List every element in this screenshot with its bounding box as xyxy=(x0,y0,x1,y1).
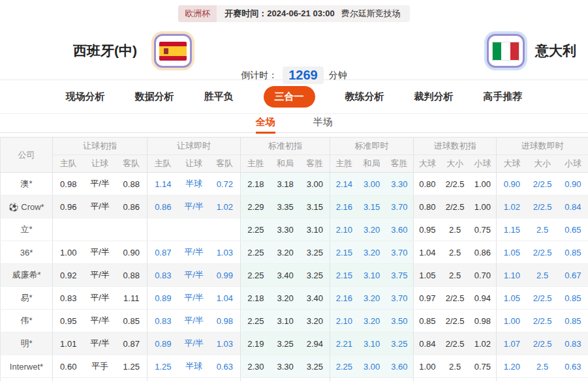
table-row: 36*1.00平/半0.900.87平/半1.032.253.203.252.1… xyxy=(1,241,588,264)
odds-cell: 3.40 xyxy=(271,264,300,287)
odds-cell: 0.88 xyxy=(116,264,147,287)
column-header: 主胜 xyxy=(241,155,271,173)
odds-cell: 1.05 xyxy=(497,241,527,264)
odds-cell: 2.10 xyxy=(330,218,358,241)
odds-cell: 2.94 xyxy=(300,332,330,355)
odds-cell: 2.25 xyxy=(241,241,271,264)
odds-cell: 2.19 xyxy=(241,332,271,355)
odds-cell: 2/2.5 xyxy=(527,332,558,355)
table-header-groups: 公司让球初指让球即时标准初指标准即时进球数初指进球数即时 xyxy=(1,138,588,155)
odds-cell: 1.03 xyxy=(209,241,241,264)
period-tab-0[interactable]: 全场 xyxy=(256,114,275,134)
odds-cell: 3.30 xyxy=(271,355,300,378)
odds-cell: 平/半 xyxy=(179,332,209,355)
column-header: 和局 xyxy=(358,155,386,173)
odds-cell: 0.89 xyxy=(147,332,179,355)
odds-cell: 3.20 xyxy=(271,241,300,264)
odds-cell: 0.89 xyxy=(147,287,179,310)
odds-cell: 3.25 xyxy=(300,355,330,378)
odds-table-body: 澳*0.98平/半0.881.14半球0.722.183.183.002.143… xyxy=(1,173,588,381)
odds-cell: 3.30 xyxy=(271,218,300,241)
odds-cell: 0.67 xyxy=(558,264,588,287)
odds-cell: 1.00 xyxy=(469,173,497,196)
odds-cell: 2.10 xyxy=(330,310,358,332)
odds-cell: 平/半 xyxy=(84,264,116,287)
odds-cell: 3.70 xyxy=(386,287,414,310)
home-team: 西班牙(中) xyxy=(73,34,192,68)
column-header: 让球 xyxy=(84,155,116,173)
odds-cell: 0.85 xyxy=(558,310,588,332)
odds-cell: 1.02 xyxy=(209,196,241,218)
odds-cell xyxy=(147,218,179,241)
odds-cell: 2.21 xyxy=(330,332,358,355)
odds-cell: 2.5 xyxy=(441,264,469,287)
odds-cell: 0.92 xyxy=(53,264,84,287)
odds-cell: 3.25 xyxy=(300,264,330,287)
odds-cell: 2.5 xyxy=(441,355,469,378)
odds-cell: 2.18 xyxy=(241,287,271,310)
odds-cell: 0.95 xyxy=(414,218,441,241)
odds-cell: 1.20 xyxy=(497,355,527,378)
company-name[interactable]: 36* xyxy=(1,241,53,264)
odds-cell: 0.75 xyxy=(469,355,497,378)
company-name[interactable]: 立* xyxy=(1,218,53,241)
company-name[interactable]: 威廉希* xyxy=(1,264,53,287)
company-name[interactable]: 澳* xyxy=(1,173,53,196)
odds-cell: 3.30 xyxy=(386,173,414,196)
odds-cell: 3.35 xyxy=(271,196,300,218)
nav-tab-3[interactable]: 三合一 xyxy=(264,86,315,108)
company-name[interactable]: 易* xyxy=(1,287,53,310)
odds-cell: 3.00 xyxy=(358,355,386,378)
odds-cell: 2.14 xyxy=(330,173,358,196)
nav-tab-0[interactable]: 现场分析 xyxy=(66,91,105,103)
odds-cell: 0.86 xyxy=(147,196,179,218)
odds-cell: 3.25 xyxy=(300,241,330,264)
nav-tab-1[interactable]: 数据分析 xyxy=(135,91,174,103)
odds-cell: 2.5 xyxy=(527,355,558,378)
odds-cell: 2.5 xyxy=(527,264,558,287)
odds-cell: 0.90 xyxy=(497,173,527,196)
nav-tab-2[interactable]: 胜平负 xyxy=(204,91,234,103)
company-name[interactable]: Interwet* xyxy=(1,355,53,378)
odds-cell: 0.60 xyxy=(53,355,84,378)
odds-cell: 平/半 xyxy=(84,332,116,355)
column-header: 小球 xyxy=(558,155,588,173)
column-header: 大小 xyxy=(441,155,469,173)
nav-tabs: 现场分析数据分析胜平负三合一教练分析裁判分析高手推荐 xyxy=(0,80,588,113)
odds-cell: 1.00 xyxy=(497,310,527,332)
company-name[interactable]: 明* xyxy=(1,332,53,355)
odds-cell: 0.85 xyxy=(558,287,588,310)
odds-cell: 2/2.5 xyxy=(441,173,469,196)
column-header: 主胜 xyxy=(330,155,358,173)
period-tab-1[interactable]: 半场 xyxy=(313,114,333,134)
table-row: 易*0.83平/半1.110.89平/半1.042.183.203.402.16… xyxy=(1,287,588,310)
column-header: 主队 xyxy=(53,155,84,173)
odds-cell: 2.16 xyxy=(330,196,358,218)
odds-cell: 2/2.5 xyxy=(441,332,469,355)
odds-cell: 2/2.5 xyxy=(441,310,469,332)
odds-cell: 0.90 xyxy=(116,241,147,264)
nav-tab-4[interactable]: 教练分析 xyxy=(345,91,384,103)
table-row: 伟*0.95平/半0.850.83平/半0.982.253.103.202.10… xyxy=(1,310,588,332)
match-info-bar: 欧洲杯 开赛时间：2024-06-21 03:00 费尔廷斯竞技场 xyxy=(0,0,588,22)
odds-cell: 2.5 xyxy=(441,218,469,241)
nav-tab-6[interactable]: 高手推荐 xyxy=(484,91,523,103)
odds-cell: 平/半 xyxy=(179,264,209,287)
column-header: 大球 xyxy=(414,155,441,173)
nav-tab-5[interactable]: 裁判分析 xyxy=(414,91,454,103)
odds-cell: 0.96 xyxy=(53,196,84,218)
table-row-partial xyxy=(1,378,588,381)
odds-cell: 0.94 xyxy=(469,287,497,310)
odds-cell: 3.20 xyxy=(358,310,386,332)
odds-cell: 1.00 xyxy=(469,196,497,218)
odds-cell: 0.84 xyxy=(558,196,588,218)
company-name[interactable]: 伟* xyxy=(1,310,53,332)
odds-cell: 平/半 xyxy=(84,173,116,196)
odds-cell: 0.83 xyxy=(147,310,179,332)
odds-cell: 2/2.5 xyxy=(527,287,558,310)
company-name[interactable]: ⚽Crow* xyxy=(1,196,53,218)
countdown-value: 1269 xyxy=(283,66,324,84)
league-badge: 欧洲杯 xyxy=(178,5,217,22)
odds-cell: 1.00 xyxy=(53,241,84,264)
odds-cell: 0.98 xyxy=(469,310,497,332)
